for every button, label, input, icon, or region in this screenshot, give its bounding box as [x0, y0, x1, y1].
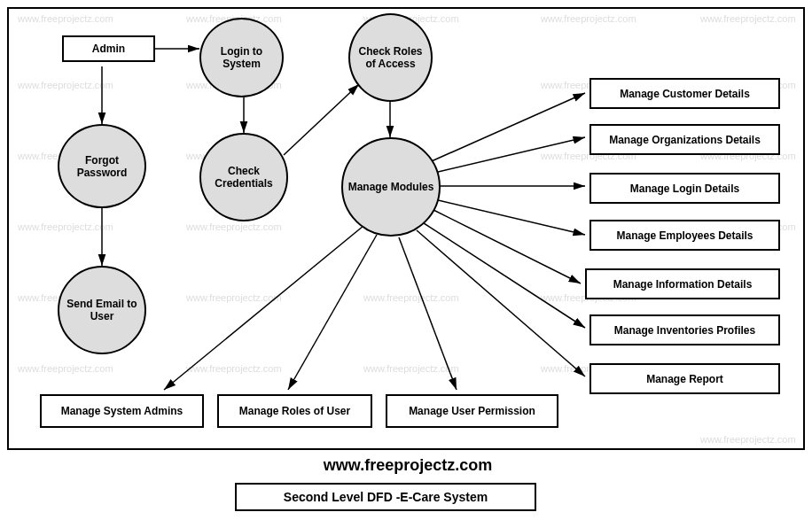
right-box-3: Manage Employees Details [589, 220, 780, 251]
admin-label: Admin [92, 43, 125, 55]
bottom-box-1-label: Manage Roles of User [239, 405, 350, 417]
svg-line-12 [417, 230, 585, 376]
title-label: Second Level DFD -E-Care System [284, 490, 488, 504]
watermark: www.freeprojectz.com [18, 80, 113, 90]
login-circle: Login to System [199, 18, 284, 97]
watermark: www.freeprojectz.com [18, 13, 113, 24]
svg-line-3 [284, 84, 359, 155]
bottom-box-1: Manage Roles of User [217, 394, 372, 428]
admin-box: Admin [62, 35, 155, 62]
right-box-6-label: Manage Report [646, 373, 723, 385]
roles-circle: Check Roles of Access [348, 13, 433, 102]
right-box-6: Manage Report [589, 363, 780, 394]
watermark: www.freeprojectz.com [363, 363, 459, 374]
svg-line-14 [288, 235, 377, 390]
watermark: www.freeprojectz.com [186, 363, 282, 374]
svg-line-7 [434, 137, 585, 173]
watermark: www.freeprojectz.com [18, 221, 113, 232]
send-email-label: Send Email to User [64, 298, 140, 322]
svg-line-11 [421, 221, 585, 328]
bottom-box-0-label: Manage System Admins [61, 405, 183, 417]
credentials-circle: Check Credentials [199, 133, 288, 221]
watermark: www.freeprojectz.com [541, 13, 636, 24]
send-email-circle: Send Email to User [58, 266, 146, 354]
right-box-5: Manage Inventories Profiles [589, 314, 780, 345]
right-box-1: Manage Organizations Details [589, 124, 780, 155]
right-box-0-label: Manage Customer Details [620, 88, 750, 100]
modules-label: Manage Modules [348, 181, 434, 193]
roles-label: Check Roles of Access [355, 45, 426, 70]
watermark: www.freeprojectz.com [18, 363, 113, 374]
right-box-2: Manage Login Details [589, 173, 780, 204]
watermark: www.freeprojectz.com [700, 434, 796, 445]
right-box-4: Manage Information Details [585, 268, 780, 299]
footer-text: www.freeprojectz.com [275, 456, 541, 475]
title-box: Second Level DFD -E-Care System [235, 483, 536, 511]
forgot-label: Forgot Password [64, 154, 140, 179]
svg-line-15 [399, 237, 457, 390]
right-box-2-label: Manage Login Details [630, 182, 739, 195]
forgot-circle: Forgot Password [58, 124, 146, 208]
svg-line-10 [430, 208, 581, 283]
diagram-container: www.freeprojectz.com www.freeprojectz.co… [7, 7, 805, 450]
right-box-1-label: Manage Organizations Details [609, 134, 761, 146]
right-box-4-label: Manage Information Details [613, 278, 753, 291]
watermark: www.freeprojectz.com [186, 292, 282, 303]
watermark: www.freeprojectz.com [363, 292, 459, 303]
svg-line-6 [426, 93, 585, 164]
right-box-5-label: Manage Inventories Profiles [614, 324, 755, 337]
modules-circle: Manage Modules [341, 137, 441, 237]
right-box-0: Manage Customer Details [589, 78, 780, 109]
bottom-box-2: Manage User Permission [386, 394, 558, 428]
right-box-3-label: Manage Employees Details [616, 229, 753, 242]
watermark: www.freeprojectz.com [186, 221, 282, 232]
watermark: www.freeprojectz.com [700, 13, 796, 24]
svg-line-9 [434, 199, 585, 235]
bottom-box-2-label: Manage User Permission [409, 405, 535, 417]
svg-line-13 [164, 226, 363, 390]
credentials-label: Check Credentials [206, 165, 282, 190]
login-label: Login to System [206, 45, 277, 70]
bottom-box-0: Manage System Admins [40, 394, 204, 428]
